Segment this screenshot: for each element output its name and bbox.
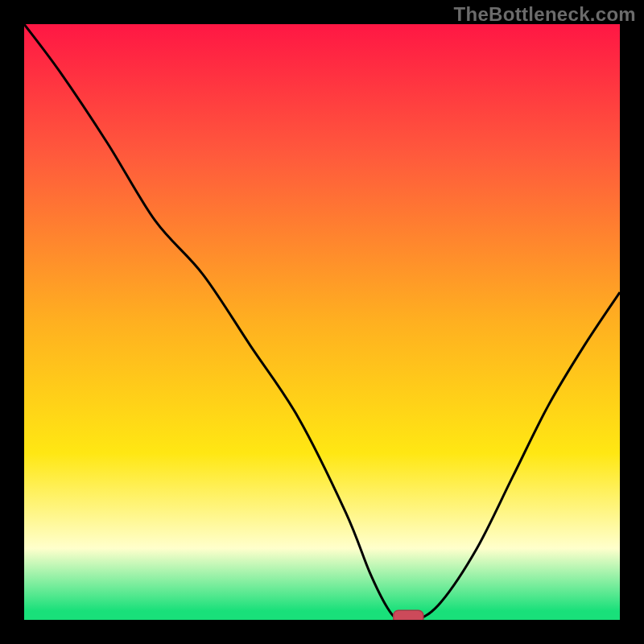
bottleneck-chart	[24, 24, 620, 620]
gradient-background	[24, 24, 620, 620]
optimal-marker	[394, 610, 423, 620]
chart-frame: TheBottleneck.com	[0, 0, 644, 644]
watermark-text: TheBottleneck.com	[454, 3, 636, 26]
plot-area	[24, 24, 620, 620]
